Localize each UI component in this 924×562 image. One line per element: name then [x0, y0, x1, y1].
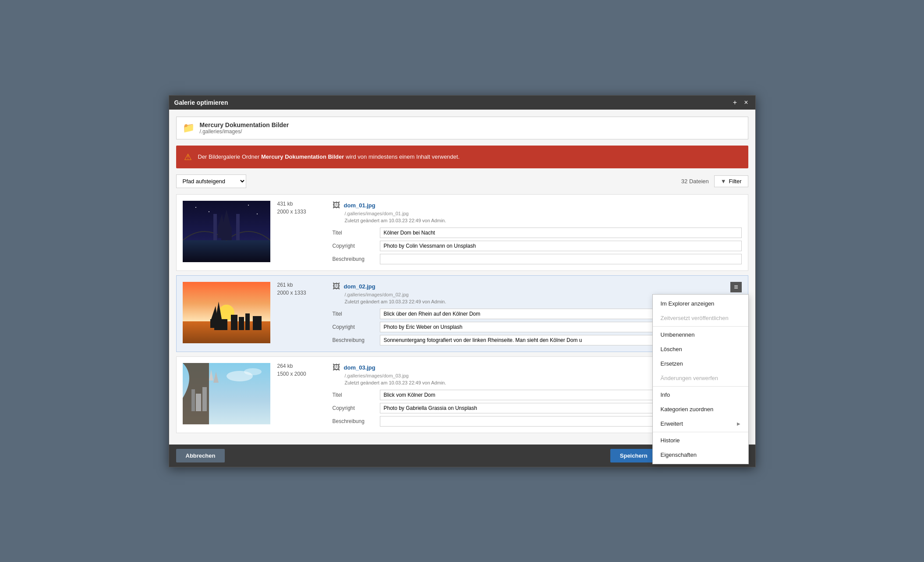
file-menu-button[interactable]: ≡: [730, 282, 741, 292]
file-name: dom_02.jpg: [344, 283, 375, 290]
context-item-label: Zeitversetzt veröffentlichen: [661, 315, 729, 321]
file-size: 431 kb: [277, 201, 326, 207]
copyright-label: Copyright: [333, 243, 376, 249]
context-menu-item-delete[interactable]: Löschen: [653, 342, 748, 356]
context-menu-item-discard: Änderungen verwerfen: [653, 371, 748, 385]
copyright-input[interactable]: [380, 241, 742, 251]
context-menu-item-replace[interactable]: Ersetzen: [653, 356, 748, 371]
file-fields: Titel Copyright Beschreibung: [333, 228, 742, 264]
svg-rect-26: [202, 387, 207, 411]
svg-rect-21: [245, 313, 250, 330]
context-item-label: Änderungen verwerfen: [661, 375, 719, 381]
file-size: 264 kb: [277, 363, 326, 369]
titlebar-close-button[interactable]: ×: [742, 99, 750, 106]
file-dimensions: 2000 x 1333: [277, 290, 326, 296]
svg-point-9: [209, 211, 209, 212]
warning-banner: ⚠ Der Bildergalerie Ordner Mercury Dokum…: [176, 146, 748, 168]
svg-point-8: [195, 207, 196, 208]
context-item-label: Löschen: [661, 346, 682, 352]
file-type-icon: 🖼: [333, 282, 340, 291]
warning-icon: ⚠: [184, 152, 192, 162]
svg-rect-25: [196, 394, 201, 411]
svg-rect-19: [231, 315, 237, 330]
folder-name: Mercury Dokumentation Bilder: [200, 121, 289, 128]
file-meta: 261 kb 2000 x 1333: [277, 282, 326, 345]
copyright-label: Copyright: [333, 324, 376, 330]
cancel-button[interactable]: Abbrechen: [176, 449, 225, 462]
file-size: 261 kb: [277, 282, 326, 288]
context-menu-item-info[interactable]: Info: [653, 388, 748, 402]
context-item-label: Im Explorer anzeigen: [661, 300, 715, 307]
titlebar-buttons: + ×: [731, 99, 750, 106]
title-label: Titel: [333, 230, 376, 236]
file-thumbnail: [183, 201, 270, 262]
thumb-bridge-image: [183, 201, 270, 262]
context-menu-item-categories[interactable]: Kategorien zuordnen: [653, 402, 748, 416]
svg-rect-2: [213, 214, 217, 240]
desc-label: Beschreibung: [333, 337, 376, 343]
file-meta: 264 kb 1500 x 2000: [277, 363, 326, 427]
svg-rect-22: [253, 316, 262, 330]
context-item-label: Info: [661, 391, 670, 398]
context-menu-divider: [653, 432, 748, 432]
desc-label: Beschreibung: [333, 256, 376, 262]
dialog-titlebar: Galerie optimieren + ×: [169, 96, 755, 110]
file-type-icon: 🖼: [333, 363, 340, 372]
dialog: Galerie optimieren + × 📁 Mercury Dokumen…: [169, 95, 756, 467]
files-list: 431 kb 2000 x 1333 🖼 dom_01.jpg /.galler…: [176, 194, 748, 438]
context-menu-item-rename[interactable]: Umbenennen: [653, 327, 748, 342]
svg-rect-5: [221, 227, 232, 240]
file-name: dom_01.jpg: [344, 202, 375, 209]
context-menu-item-schedule: Zeitversetzt veröffentlichen: [653, 311, 748, 325]
sort-select[interactable]: Pfad aufsteigend Pfad absteigend Name au…: [176, 174, 246, 188]
svg-point-30: [244, 368, 262, 375]
file-details: 🖼 dom_01.jpg /.galleries/images/dom_01.j…: [333, 201, 742, 264]
context-item-label: Kategorien zuordnen: [661, 406, 714, 413]
svg-point-11: [257, 213, 258, 214]
context-menu-item-explorer[interactable]: Im Explorer anzeigen: [653, 296, 748, 311]
file-count-area: 32 Dateien ▼ Filter: [681, 175, 748, 187]
titlebar-plus-button[interactable]: +: [731, 99, 739, 106]
folder-info: Mercury Dokumentation Bilder /.galleries…: [200, 121, 289, 135]
context-menu-item-advanced[interactable]: Erweitert ▶: [653, 416, 748, 431]
svg-rect-7: [218, 227, 222, 238]
file-thumbnail: [183, 363, 270, 424]
context-menu-divider: [653, 326, 748, 327]
context-item-label: Historie: [661, 437, 680, 444]
folder-header: 📁 Mercury Dokumentation Bilder /.galleri…: [176, 117, 748, 139]
filter-button[interactable]: ▼ Filter: [714, 175, 748, 187]
file-item: 431 kb 2000 x 1333 🖼 dom_01.jpg /.galler…: [176, 194, 748, 271]
folder-icon: 📁: [183, 122, 195, 134]
context-menu-divider: [653, 386, 748, 387]
file-type-icon: 🖼: [333, 201, 340, 210]
desc-label: Beschreibung: [333, 418, 376, 424]
dialog-body: 📁 Mercury Dokumentation Bilder /.galleri…: [169, 110, 755, 445]
dialog-title: Galerie optimieren: [174, 99, 228, 106]
context-item-label: Umbenennen: [661, 331, 695, 338]
copyright-label: Copyright: [333, 405, 376, 411]
filter-icon: ▼: [721, 178, 726, 185]
file-path: /.galleries/images/dom_01.jpg: [345, 211, 742, 216]
context-menu-item-properties[interactable]: Eigenschaften: [653, 448, 748, 462]
save-button[interactable]: Speichern: [610, 449, 657, 462]
file-name: dom_03.jpg: [344, 364, 375, 371]
svg-rect-24: [191, 389, 195, 411]
context-item-label: Eigenschaften: [661, 452, 697, 458]
context-menu-item-history[interactable]: Historie: [653, 433, 748, 448]
filter-label: Filter: [729, 178, 742, 185]
file-name-row: 🖼 dom_02.jpg: [333, 282, 742, 291]
context-item-label: Erweitert: [661, 420, 683, 427]
svg-rect-20: [239, 317, 244, 330]
desc-input[interactable]: [380, 254, 742, 264]
title-input[interactable]: [380, 228, 742, 238]
submenu-arrow-icon: ▶: [737, 421, 740, 426]
svg-point-10: [248, 205, 249, 206]
file-dimensions: 1500 x 2000: [277, 371, 326, 377]
svg-rect-1: [183, 240, 270, 262]
warning-text: Der Bildergalerie Ordner Mercury Dokumen…: [198, 153, 460, 160]
file-dimensions: 2000 x 1333: [277, 209, 326, 215]
toolbar: Pfad aufsteigend Pfad absteigend Name au…: [176, 174, 748, 188]
file-meta: 431 kb 2000 x 1333: [277, 201, 326, 264]
title-label: Titel: [333, 311, 376, 317]
context-menu: Im Explorer anzeigen Zeitversetzt veröff…: [652, 294, 749, 464]
